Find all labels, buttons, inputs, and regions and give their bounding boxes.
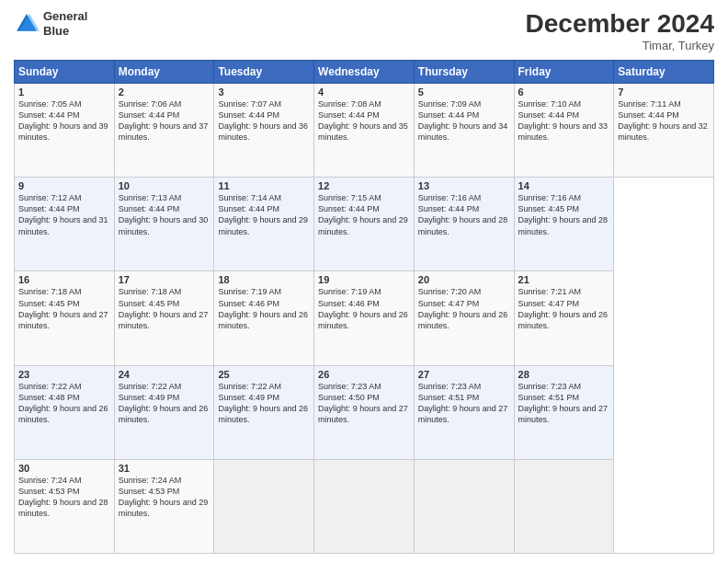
day-cell [514, 459, 614, 553]
location-subtitle: Timar, Turkey [526, 39, 714, 52]
day-info: Sunrise: 7:19 AMSunset: 4:46 PMDaylight:… [218, 286, 310, 331]
day-cell: 25Sunrise: 7:22 AMSunset: 4:49 PMDayligh… [214, 365, 314, 459]
day-info: Sunrise: 7:06 AMSunset: 4:44 PMDaylight:… [119, 98, 210, 144]
day-number: 26 [318, 369, 410, 380]
day-number: 23 [18, 369, 110, 380]
day-number: 25 [218, 369, 310, 380]
col-header-saturday: Saturday [614, 61, 714, 84]
day-cell: 5Sunrise: 7:09 AMSunset: 4:44 PMDaylight… [414, 84, 514, 178]
day-info: Sunrise: 7:22 AMSunset: 4:49 PMDaylight:… [119, 381, 210, 426]
day-cell: 23Sunrise: 7:22 AMSunset: 4:48 PMDayligh… [15, 365, 115, 459]
day-number: 9 [18, 180, 110, 191]
day-info: Sunrise: 7:05 AMSunset: 4:44 PMDaylight:… [18, 98, 110, 144]
day-cell: 16Sunrise: 7:18 AMSunset: 4:45 PMDayligh… [15, 271, 115, 365]
day-info: Sunrise: 7:22 AMSunset: 4:49 PMDaylight:… [218, 381, 310, 426]
day-info: Sunrise: 7:12 AMSunset: 4:44 PMDaylight:… [18, 192, 110, 237]
week-row-4: 23Sunrise: 7:22 AMSunset: 4:48 PMDayligh… [15, 365, 714, 459]
day-number: 4 [318, 86, 410, 98]
week-row-1: 1Sunrise: 7:05 AMSunset: 4:44 PMDaylight… [15, 84, 714, 178]
day-cell: 1Sunrise: 7:05 AMSunset: 4:44 PMDaylight… [15, 84, 115, 178]
col-header-friday: Friday [514, 61, 614, 84]
logo-icon [14, 11, 40, 37]
day-number: 2 [119, 86, 210, 98]
day-cell: 13Sunrise: 7:16 AMSunset: 4:44 PMDayligh… [414, 178, 514, 271]
day-number: 14 [518, 180, 610, 191]
day-info: Sunrise: 7:24 AMSunset: 4:53 PMDaylight:… [18, 475, 110, 520]
week-row-2: 9Sunrise: 7:12 AMSunset: 4:44 PMDaylight… [15, 178, 714, 271]
day-cell: 11Sunrise: 7:14 AMSunset: 4:44 PMDayligh… [214, 178, 314, 271]
day-number: 28 [518, 369, 610, 380]
main-title: December 2024 [526, 9, 714, 39]
col-header-wednesday: Wednesday [314, 61, 415, 84]
day-cell: 9Sunrise: 7:12 AMSunset: 4:44 PMDaylight… [15, 178, 115, 271]
day-cell: 30Sunrise: 7:24 AMSunset: 4:53 PMDayligh… [15, 459, 115, 553]
day-number: 6 [518, 86, 610, 98]
col-header-sunday: Sunday [15, 61, 115, 84]
day-number: 31 [119, 463, 210, 474]
day-cell: 4Sunrise: 7:08 AMSunset: 4:44 PMDaylight… [314, 84, 415, 178]
week-row-3: 16Sunrise: 7:18 AMSunset: 4:45 PMDayligh… [15, 271, 714, 365]
day-info: Sunrise: 7:16 AMSunset: 4:44 PMDaylight:… [418, 192, 510, 237]
day-cell: 28Sunrise: 7:23 AMSunset: 4:51 PMDayligh… [514, 365, 614, 459]
day-info: Sunrise: 7:14 AMSunset: 4:44 PMDaylight:… [218, 192, 310, 237]
day-number: 20 [418, 274, 510, 285]
day-info: Sunrise: 7:20 AMSunset: 4:47 PMDaylight:… [418, 286, 510, 331]
day-number: 11 [218, 180, 310, 191]
day-number: 21 [518, 274, 610, 285]
day-cell [314, 459, 415, 553]
day-info: Sunrise: 7:23 AMSunset: 4:50 PMDaylight:… [318, 381, 410, 426]
week-row-5: 30Sunrise: 7:24 AMSunset: 4:53 PMDayligh… [15, 459, 714, 553]
day-number: 10 [119, 180, 210, 191]
day-number: 18 [218, 274, 310, 285]
day-number: 13 [418, 180, 510, 191]
logo-text: General Blue [43, 9, 87, 38]
day-number: 17 [119, 274, 210, 285]
day-info: Sunrise: 7:18 AMSunset: 4:45 PMDaylight:… [119, 286, 210, 331]
day-info: Sunrise: 7:19 AMSunset: 4:46 PMDaylight:… [318, 286, 410, 331]
day-number: 24 [119, 369, 210, 380]
day-cell: 20Sunrise: 7:20 AMSunset: 4:47 PMDayligh… [414, 271, 514, 365]
day-info: Sunrise: 7:07 AMSunset: 4:44 PMDaylight:… [218, 98, 310, 144]
day-cell: 17Sunrise: 7:18 AMSunset: 4:45 PMDayligh… [114, 271, 214, 365]
day-cell: 12Sunrise: 7:15 AMSunset: 4:44 PMDayligh… [314, 178, 415, 271]
day-info: Sunrise: 7:18 AMSunset: 4:45 PMDaylight:… [18, 286, 110, 331]
day-info: Sunrise: 7:15 AMSunset: 4:44 PMDaylight:… [318, 192, 410, 237]
day-cell: 2Sunrise: 7:06 AMSunset: 4:44 PMDaylight… [114, 84, 214, 178]
day-cell: 26Sunrise: 7:23 AMSunset: 4:50 PMDayligh… [314, 365, 415, 459]
day-number: 1 [18, 86, 110, 98]
day-info: Sunrise: 7:13 AMSunset: 4:44 PMDaylight:… [119, 192, 210, 237]
day-cell [214, 459, 314, 553]
day-info: Sunrise: 7:11 AMSunset: 4:44 PMDaylight:… [618, 98, 710, 144]
day-cell: 14Sunrise: 7:16 AMSunset: 4:45 PMDayligh… [514, 178, 614, 271]
day-number: 12 [318, 180, 410, 191]
day-cell: 6Sunrise: 7:10 AMSunset: 4:44 PMDaylight… [514, 84, 614, 178]
logo: General Blue [14, 9, 87, 38]
calendar-table: SundayMondayTuesdayWednesdayThursdayFrid… [14, 60, 714, 554]
day-cell: 24Sunrise: 7:22 AMSunset: 4:49 PMDayligh… [114, 365, 214, 459]
day-number: 30 [18, 463, 110, 474]
day-info: Sunrise: 7:22 AMSunset: 4:48 PMDaylight:… [18, 381, 110, 426]
col-header-thursday: Thursday [414, 61, 514, 84]
page: General Blue December 2024 Timar, Turkey… [0, 0, 728, 563]
day-cell: 7Sunrise: 7:11 AMSunset: 4:44 PMDaylight… [614, 84, 714, 178]
header: General Blue December 2024 Timar, Turkey [14, 9, 714, 52]
col-header-monday: Monday [114, 61, 214, 84]
day-cell: 27Sunrise: 7:23 AMSunset: 4:51 PMDayligh… [414, 365, 514, 459]
title-area: December 2024 Timar, Turkey [526, 9, 714, 52]
day-cell: 10Sunrise: 7:13 AMSunset: 4:44 PMDayligh… [114, 178, 214, 271]
day-number: 16 [18, 274, 110, 285]
day-info: Sunrise: 7:23 AMSunset: 4:51 PMDaylight:… [418, 381, 510, 426]
day-number: 5 [418, 86, 510, 98]
day-number: 19 [318, 274, 410, 285]
day-info: Sunrise: 7:24 AMSunset: 4:53 PMDaylight:… [119, 475, 210, 520]
day-number: 3 [218, 86, 310, 98]
day-cell: 31Sunrise: 7:24 AMSunset: 4:53 PMDayligh… [114, 459, 214, 553]
col-header-tuesday: Tuesday [214, 61, 314, 84]
day-info: Sunrise: 7:09 AMSunset: 4:44 PMDaylight:… [418, 98, 510, 144]
day-info: Sunrise: 7:23 AMSunset: 4:51 PMDaylight:… [518, 381, 610, 426]
day-cell: 3Sunrise: 7:07 AMSunset: 4:44 PMDaylight… [214, 84, 314, 178]
day-cell: 19Sunrise: 7:19 AMSunset: 4:46 PMDayligh… [314, 271, 415, 365]
day-number: 7 [618, 86, 710, 98]
day-info: Sunrise: 7:21 AMSunset: 4:47 PMDaylight:… [518, 286, 610, 331]
day-cell: 18Sunrise: 7:19 AMSunset: 4:46 PMDayligh… [214, 271, 314, 365]
